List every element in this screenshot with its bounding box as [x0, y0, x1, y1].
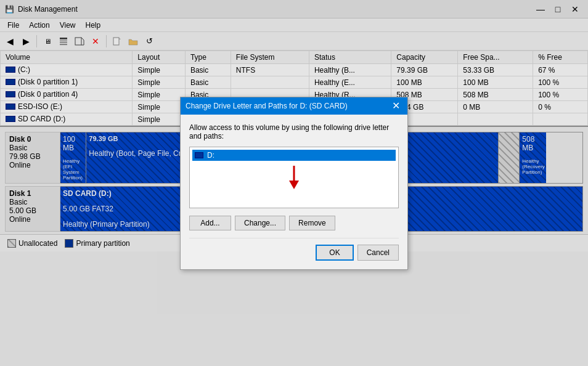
dialog-close-button[interactable]: ✕ — [389, 99, 402, 113]
drive-icon — [195, 152, 203, 158]
dialog-overlay: Change Drive Letter and Paths for D: (SD… — [0, 0, 588, 366]
dialog-description: Allow access to this volume by using the… — [189, 123, 399, 140]
dialog-title: Change Drive Letter and Paths for D: (SD… — [186, 102, 389, 110]
dialog-path-label: D: — [207, 151, 214, 160]
down-arrow-icon — [288, 166, 300, 190]
remove-button[interactable]: Remove — [289, 216, 335, 230]
change-button[interactable]: Change... — [235, 216, 285, 230]
dialog-action-buttons: Add... Change... Remove — [189, 216, 399, 230]
dialog-arrow-container — [192, 161, 396, 192]
add-button[interactable]: Add... — [189, 216, 231, 230]
cancel-button[interactable]: Cancel — [357, 245, 399, 261]
ok-button[interactable]: OK — [316, 245, 353, 261]
svg-marker-7 — [289, 181, 299, 189]
dialog-path-item-d[interactable]: D: — [192, 150, 396, 161]
dialog-paths-listbox[interactable]: D: — [189, 147, 399, 208]
dialog-confirm-buttons: OK Cancel — [189, 238, 399, 261]
change-drive-letter-dialog: Change Drive Letter and Paths for D: (SD… — [180, 97, 408, 270]
dialog-body: Allow access to this volume by using the… — [181, 115, 407, 269]
dialog-title-bar: Change Drive Letter and Paths for D: (SD… — [181, 97, 407, 115]
